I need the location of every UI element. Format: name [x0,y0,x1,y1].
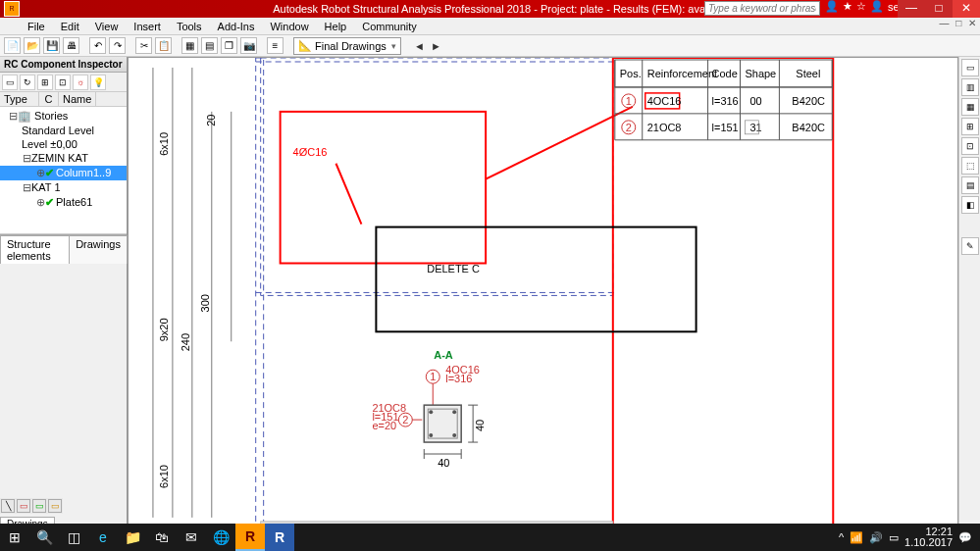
r2-reinf: 21OC8 [647,122,682,133]
robot-app-icon[interactable]: R [235,524,265,551]
app-icon: R [4,1,20,17]
menu-file[interactable]: File [20,21,53,32]
r1-reinf: 4OC16 [647,95,682,107]
task-view-icon[interactable]: ◫ [59,524,88,551]
inspector-tabs: Structure elements Drawings [0,234,127,264]
reinforcement-table: Pos. Reinforcement Code Shape Steel 1 4O… [615,60,832,140]
callout1-number: 1 [430,371,436,382]
annotation-4oc16: 4ØC16 [293,146,328,158]
tray-network-icon[interactable]: 📶 [850,531,863,544]
tool-grid-icon[interactable]: ▤ [201,37,218,54]
insp-tool6-icon[interactable]: 💡 [90,75,106,90]
tab-structure[interactable]: Structure elements [0,235,70,264]
drawing-canvas[interactable]: 6x10 9x20 6x10 240 300 20 4ØC16 DELETE C… [128,57,958,531]
tree-level0[interactable]: Level ±0,00 [0,137,127,151]
insp-tool1-icon[interactable]: ▭ [2,75,18,90]
menu-insert[interactable]: Insert [126,21,169,32]
tool-open-icon[interactable]: 📂 [24,37,40,54]
tool-cascade-icon[interactable]: ❐ [221,37,237,54]
tool-screenshot-icon[interactable]: 📷 [240,37,257,54]
rtool-4-icon[interactable]: ⊞ [961,118,979,135]
nav-next-icon[interactable]: ► [431,40,441,52]
menu-tools[interactable]: Tools [169,21,210,32]
inspector-toolbar: ▭ ↻ ⊞ ⊡ ☼ 💡 [0,73,127,92]
dim-240: 240 [180,333,191,351]
tool-new-icon[interactable]: 📄 [4,37,21,54]
insp-tool5-icon[interactable]: ☼ [73,75,88,90]
col-c[interactable]: C [39,92,59,106]
rtool-3-icon[interactable]: ▦ [961,98,979,116]
tree-stories[interactable]: ⊟🏢 Stories [0,109,127,124]
callout2-number: 2 [402,414,408,426]
mail-icon[interactable]: ✉ [177,524,206,551]
tool-redo-icon[interactable]: ↷ [109,37,126,54]
windows-taskbar: ⊞ 🔍 ◫ e 📁 🛍 ✉ 🌐 R R ^ 📶 🔊 ▭ 12:21 1.10.2… [0,524,980,551]
tree-zemin-kat[interactable]: ⊟ZEMIN KAT [0,151,127,166]
viewtab-4[interactable]: ▭ [48,499,62,513]
notifications-icon[interactable]: 💬 [958,531,972,544]
tree-plate61[interactable]: ⊕✔Plate61 [0,195,127,210]
layout-dropdown[interactable]: 📐Final Drawings [293,37,401,55]
signin-icon[interactable]: 👤 [825,0,839,13]
tray-expand-icon[interactable]: ^ [839,531,844,543]
edge-icon[interactable]: e [88,524,118,551]
rtool-2-icon[interactable]: ▥ [961,78,979,96]
menu-community[interactable]: Community [354,21,425,32]
taskbar-search-icon[interactable]: 🔍 [29,524,59,551]
tree-kat1[interactable]: ⊟KAT 1 [0,180,127,195]
r2-code: l=151 [712,122,739,133]
svg-rect-3 [261,58,613,295]
insp-tool4-icon[interactable]: ⊡ [55,75,71,90]
viewtab-3[interactable]: ▭ [32,499,46,513]
rtool-5-icon[interactable]: ⊡ [961,137,979,155]
mdi-window-buttons[interactable]: — □ ✕ [939,18,978,28]
viewtab-1[interactable]: ╲ [1,499,15,513]
menu-view[interactable]: View [87,21,127,32]
rtool-9-icon[interactable]: ✎ [961,237,979,255]
search-input[interactable] [704,1,820,16]
tab-drawings[interactable]: Drawings [69,235,128,264]
insp-tool3-icon[interactable]: ⊞ [37,75,53,90]
col-type[interactable]: Type [0,92,39,106]
section-label: A-A [434,349,453,361]
minimize-button[interactable]: — [898,0,925,18]
component-tree[interactable]: ⊟🏢 Stories Standard Level Level ±0,00 ⊟Z… [0,107,127,234]
tree-standard-level[interactable]: Standard Level [0,124,127,137]
explorer-icon[interactable]: 📁 [118,524,147,551]
menu-addins[interactable]: Add-Ins [210,21,263,32]
menu-window[interactable]: Window [262,21,316,32]
tool-copy-icon[interactable]: 📋 [155,37,172,54]
insp-tool2-icon[interactable]: ↻ [20,75,35,90]
rtool-7-icon[interactable]: ▤ [961,176,979,194]
viewtab-2[interactable]: ▭ [17,499,30,513]
star-icon[interactable]: ★ [843,0,852,13]
start-button[interactable]: ⊞ [0,524,29,551]
star2-icon[interactable]: ☆ [856,0,866,13]
store-icon[interactable]: 🛍 [147,524,177,551]
tool-cut-icon[interactable]: ✂ [135,37,152,54]
rtool-1-icon[interactable]: ▭ [961,59,979,76]
col-name[interactable]: Name [59,92,96,106]
svg-text:2: 2 [626,122,632,133]
tool-print-icon[interactable]: 🖶 [63,37,79,54]
red-highlight-box [281,112,486,264]
nav-prev-icon[interactable]: ◄ [414,40,425,52]
revit-icon[interactable]: R [265,524,294,551]
rtool-6-icon[interactable]: ⬚ [961,157,979,175]
tray-lang-icon[interactable]: ▭ [889,531,899,544]
tool-table-icon[interactable]: ▦ [181,37,198,54]
annotation-delete-c: DELETE C [427,263,480,275]
menu-help[interactable]: Help [317,21,355,32]
menu-edit[interactable]: Edit [53,21,87,32]
rtool-8-icon[interactable]: ◧ [961,196,979,214]
chrome-icon[interactable]: 🌐 [206,524,235,551]
maximize-button[interactable]: □ [925,0,953,18]
close-button[interactable]: ✕ [953,0,980,18]
taskbar-clock[interactable]: 12:21 1.10.2017 [904,526,953,548]
tool-save-icon[interactable]: 💾 [43,37,60,54]
tool-calc-icon[interactable]: ≡ [267,37,284,54]
user-icon: 👤 [870,0,884,13]
tree-column-selected[interactable]: ⊕✔Column1..9 [0,166,127,180]
tray-volume-icon[interactable]: 🔊 [869,531,883,544]
tool-undo-icon[interactable]: ↶ [89,37,106,54]
